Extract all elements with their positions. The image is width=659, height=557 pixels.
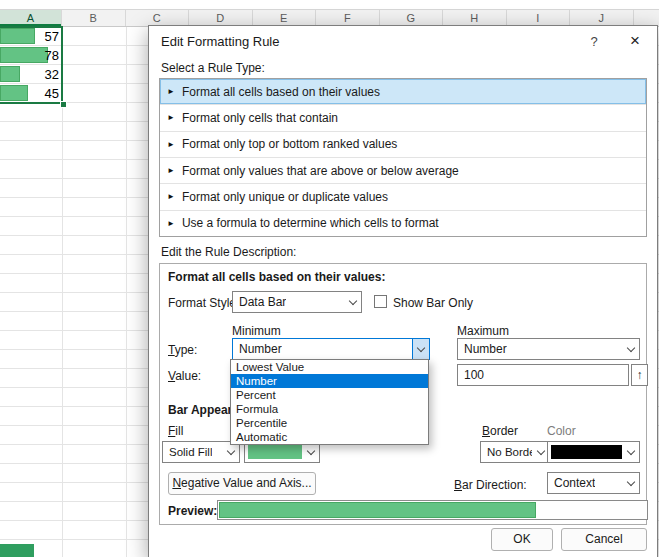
column-header-g[interactable]: G — [380, 10, 444, 26]
ok-button[interactable]: OK — [491, 528, 553, 551]
data-bar — [0, 47, 48, 63]
cell-value: 78 — [45, 46, 59, 65]
data-bar — [0, 28, 35, 44]
rule-type-label: Format only values that are above or bel… — [182, 164, 459, 178]
formula-bar-edge — [0, 0, 659, 10]
preview-data-bar — [219, 502, 536, 518]
fill-handle[interactable] — [60, 101, 67, 108]
fill-style-value: Solid Fill — [169, 446, 212, 458]
dialog-title: Edit Formatting Rule — [149, 34, 575, 49]
border-style-value: No Border — [487, 446, 532, 458]
column-header-a[interactable]: A — [0, 10, 62, 26]
rule-type-label: Format only unique or duplicate values — [182, 190, 388, 204]
maximum-column-label: Maximum — [457, 324, 509, 338]
column-header-d[interactable]: D — [189, 10, 253, 26]
bottom-left-green-fragment — [0, 544, 34, 557]
up-arrow-icon: ↑ — [637, 368, 643, 382]
column-header-b[interactable]: B — [62, 10, 126, 26]
border-color-combo[interactable] — [547, 441, 640, 463]
column-header-e[interactable]: E — [253, 10, 317, 26]
column-header-partial — [634, 10, 659, 26]
dropdown-option-percentile[interactable]: Percentile — [231, 416, 428, 430]
maximum-value: 100 — [464, 368, 484, 382]
type-dropdown-list: Lowest Value Number Percent Formula Perc… — [230, 359, 429, 445]
help-icon[interactable]: ? — [575, 34, 613, 49]
fill-style-combo[interactable]: Solid Fill — [162, 441, 240, 463]
column-header-f[interactable]: F — [316, 10, 380, 26]
bar-direction-combo[interactable]: Context — [547, 472, 640, 494]
chevron-down-icon — [412, 339, 429, 359]
rule-type-item[interactable]: ► Format only top or bottom ranked value… — [160, 132, 646, 158]
bar-direction-label: Bar Direction: — [454, 478, 527, 492]
rule-type-item[interactable]: ► Format only values that are above or b… — [160, 158, 646, 184]
rule-type-item[interactable]: ► Format only unique or duplicate values — [160, 184, 646, 210]
rule-type-item[interactable]: ► Use a formula to determine which cells… — [160, 211, 646, 236]
negative-value-axis-button[interactable]: Negative Value and Axis... — [168, 472, 316, 495]
rule-item-arrow-icon: ► — [167, 192, 175, 201]
edit-rule-description-label: Edit the Rule Description: — [161, 245, 296, 259]
chevron-down-icon — [623, 442, 639, 462]
type-label: Type: — [168, 343, 197, 357]
format-style-label: Format Style: — [168, 296, 239, 310]
show-bar-only-checkbox[interactable] — [374, 295, 387, 308]
rule-item-arrow-icon: ► — [167, 219, 175, 228]
dropdown-option-automatic[interactable]: Automatic — [231, 430, 428, 444]
description-heading: Format all cells based on their values: — [168, 270, 385, 284]
dropdown-option-lowest-value[interactable]: Lowest Value — [231, 360, 428, 374]
collapse-dialog-button[interactable]: ↑ — [631, 364, 648, 386]
rule-type-label: Use a formula to determine which cells t… — [182, 216, 439, 230]
chevron-down-icon — [223, 442, 239, 462]
data-bar — [0, 85, 28, 101]
cell-a3[interactable]: 32 — [0, 65, 62, 84]
rule-type-label: Format only top or bottom ranked values — [182, 137, 397, 151]
cell-a4[interactable]: 45 — [0, 84, 62, 103]
cancel-button[interactable]: Cancel — [561, 528, 647, 551]
value-label: Value: — [168, 369, 201, 383]
minimum-type-value: Number — [239, 342, 282, 356]
bar-direction-value: Context — [554, 476, 595, 490]
rule-type-label: Format all cells based on their values — [182, 85, 380, 99]
border-color-label: Color — [547, 424, 576, 438]
dropdown-option-formula[interactable]: Formula — [231, 402, 428, 416]
column-header-i[interactable]: I — [507, 10, 571, 26]
chevron-down-icon — [623, 473, 639, 493]
show-bar-only-label: Show Bar Only — [393, 296, 473, 310]
format-style-combo[interactable]: Data Bar — [232, 291, 362, 313]
select-rule-type-label: Select a Rule Type: — [161, 61, 265, 75]
dialog-titlebar[interactable]: Edit Formatting Rule ? × — [149, 26, 657, 56]
dropdown-option-number-selected[interactable]: Number — [231, 374, 428, 388]
chevron-down-icon — [303, 442, 319, 462]
excel-window: A B C D E F G H I J 57 78 32 45 — [0, 0, 659, 557]
preview-box — [217, 500, 648, 520]
column-header-c[interactable]: C — [126, 10, 190, 26]
maximum-value-input[interactable]: 100 — [457, 364, 629, 386]
close-icon[interactable]: × — [613, 31, 657, 51]
maximum-type-combo[interactable]: Number — [457, 338, 640, 360]
cell-a1[interactable]: 57 — [0, 27, 62, 46]
data-bar — [0, 66, 20, 82]
rule-item-arrow-icon: ► — [167, 140, 175, 149]
minimum-type-combo[interactable]: Number — [232, 338, 430, 360]
rule-type-item-selected[interactable]: ► Format all cells based on their values — [160, 79, 646, 105]
rule-type-label: Format only cells that contain — [182, 111, 338, 125]
maximum-type-value: Number — [464, 342, 507, 356]
fill-label: Fill — [168, 424, 183, 438]
cell-value: 57 — [45, 27, 59, 46]
rule-item-arrow-icon: ► — [167, 87, 175, 96]
column-header-j[interactable]: J — [570, 10, 634, 26]
preview-label: Preview: — [168, 504, 217, 518]
rule-type-item[interactable]: ► Format only cells that contain — [160, 105, 646, 131]
chevron-down-icon — [345, 292, 361, 312]
border-style-combo[interactable]: No Border — [480, 441, 550, 463]
chevron-down-icon — [623, 339, 639, 359]
rule-item-arrow-icon: ► — [167, 113, 175, 122]
cell-a2[interactable]: 78 — [0, 46, 62, 65]
dropdown-option-percent[interactable]: Percent — [231, 388, 428, 402]
edit-formatting-rule-dialog: Edit Formatting Rule ? × Select a Rule T… — [148, 25, 658, 557]
border-color-swatch — [551, 445, 622, 459]
column-header-h[interactable]: H — [443, 10, 507, 26]
cell-value: 32 — [45, 65, 59, 84]
format-style-value: Data Bar — [239, 295, 286, 309]
rule-type-list: ► Format all cells based on their values… — [159, 78, 647, 237]
minimum-column-label: Minimum — [232, 324, 281, 338]
